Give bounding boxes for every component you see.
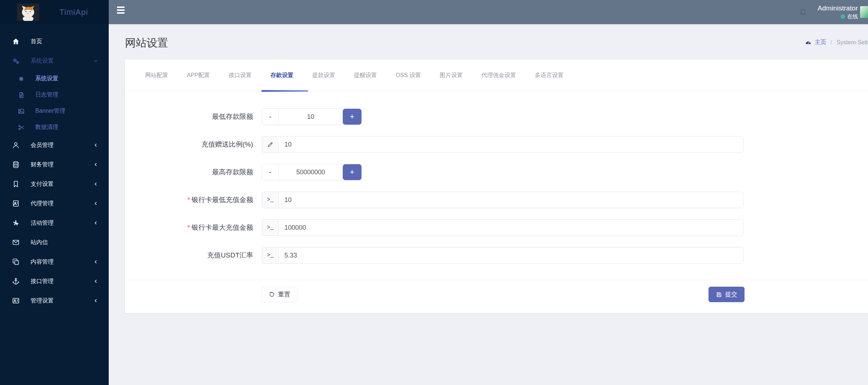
min-deposit-spinner: - + — [262, 108, 362, 125]
submit-button[interactable]: 提交 — [709, 287, 745, 302]
sidebar-item-home[interactable]: 首页 — [0, 32, 109, 51]
topbar: Administrator 在线 — [109, 0, 868, 24]
bankcard-min-input[interactable] — [279, 192, 743, 208]
gears-icon — [11, 56, 21, 66]
tab-app-config[interactable]: APP配置 — [187, 72, 210, 79]
chevron-left-icon — [93, 181, 99, 187]
form-row-recharge-bonus: 充值赠送比例(%) — [125, 136, 868, 153]
user-name: Administrator — [818, 4, 858, 13]
sidebar-item-label: 会员管理 — [31, 142, 54, 149]
sidebar-item-label: 管理设置 — [31, 297, 54, 305]
sidebar-subitem-label: 数据清理 — [35, 124, 58, 131]
user-icon — [11, 140, 21, 150]
sidebar-subitem-label: 日志管理 — [35, 91, 58, 99]
breadcrumb: 主页 / System-Setti — [805, 39, 868, 46]
tab-agent-commission-settings[interactable]: 代理佣金设置 — [481, 72, 516, 79]
field-label: *银行卡最低充值金额 — [125, 195, 253, 205]
spinner-increment-button[interactable]: + — [343, 164, 361, 180]
sidebar-subitem-label: Banner管理 — [35, 107, 66, 115]
tab-withdraw-settings[interactable]: 提款设置 — [312, 72, 335, 79]
tab-site-config[interactable]: 网站配置 — [145, 72, 168, 79]
bankcard-max-input[interactable] — [279, 220, 743, 236]
tab-multilanguage-settings[interactable]: 多语言设置 — [535, 72, 563, 79]
notifications-bell-icon[interactable] — [798, 8, 808, 17]
sidebar-item-admin-settings[interactable]: 管理设置 — [0, 291, 109, 310]
sidebar-subitem-banner-management[interactable]: Banner管理 — [0, 103, 109, 119]
reset-button[interactable]: 重置 — [261, 287, 297, 302]
tab-deposit-settings[interactable]: 存款设置 — [270, 72, 293, 79]
sidebar-menu: 首页 系统设置 — [0, 24, 109, 310]
main-content: 网站设置 主页 / System-Setti 网站配置 APP配置 接口设置 存… — [109, 24, 868, 385]
form-row-bankcard-max: *银行卡最大充值金额 >_ — [125, 219, 868, 236]
sidebar-item-label: 代理管理 — [31, 200, 54, 207]
spinner-decrement-button[interactable]: - — [262, 164, 279, 180]
sidebar-item-label: 站内信 — [31, 239, 48, 246]
chevron-left-icon — [93, 162, 99, 167]
usdt-rate-group: >_ — [262, 247, 743, 264]
sidebar-item-system-settings[interactable]: 系统设置 — [0, 51, 109, 71]
reset-button-label: 重置 — [278, 290, 290, 299]
settings-tabs: 网站配置 APP配置 接口设置 存款设置 提款设置 提醒设置 OSS 设置 图片… — [125, 59, 868, 92]
tab-oss-settings[interactable]: OSS 设置 — [396, 72, 421, 79]
min-deposit-input[interactable] — [279, 109, 343, 125]
tab-image-settings[interactable]: 图片设置 — [440, 72, 463, 79]
terminal-icon: >_ — [262, 220, 279, 236]
chevron-left-icon — [93, 298, 99, 304]
bankcard-min-group: >_ — [262, 192, 743, 208]
dashboard-icon — [805, 39, 812, 46]
tab-reminder-settings[interactable]: 提醒设置 — [354, 72, 377, 79]
app-title: TimiApi — [59, 8, 88, 17]
spinner-decrement-button[interactable]: - — [262, 109, 279, 125]
sidebar-item-content-management[interactable]: 内容管理 — [0, 252, 109, 272]
anchor-icon — [11, 277, 21, 286]
form-row-max-deposit: 最高存款限额 - + — [125, 164, 868, 180]
active-tab-underline — [261, 90, 308, 92]
chevron-left-icon — [93, 201, 99, 206]
sidebar-item-payment-settings[interactable]: 支付设置 — [0, 174, 109, 194]
spinner-increment-button[interactable]: + — [343, 109, 361, 125]
sidebar-subitem-label: 系统设置 — [35, 75, 58, 82]
burst-icon — [11, 218, 21, 228]
tab-api-settings[interactable]: 接口设置 — [229, 72, 252, 79]
submit-button-label: 提交 — [725, 290, 737, 299]
sidebar-item-api-management[interactable]: 接口管理 — [0, 272, 109, 291]
sidebar-subitem-data-cleanup[interactable]: 数据清理 — [0, 119, 109, 135]
usdt-rate-input[interactable] — [279, 247, 743, 263]
sidebar-item-activity-management[interactable]: 活动管理 — [0, 213, 109, 233]
database-icon — [11, 160, 21, 169]
terminal-icon: >_ — [262, 247, 279, 263]
admin-app: TimiApi 首页 系统设置 — [0, 0, 868, 385]
sidebar-item-label: 系统设置 — [31, 57, 54, 65]
field-label: 最低存款限额 — [125, 112, 253, 121]
max-deposit-input[interactable] — [279, 164, 343, 180]
recharge-bonus-input[interactable] — [279, 136, 743, 152]
field-label: 充值USDT汇率 — [125, 251, 253, 260]
copy-icon — [11, 257, 21, 267]
breadcrumb-home-link[interactable]: 主页 — [815, 39, 826, 46]
logo-row[interactable]: TimiApi — [0, 0, 109, 24]
scissors-icon — [17, 123, 26, 132]
topbar-right: Administrator 在线 — [798, 0, 868, 24]
sidebar-toggle-button[interactable] — [117, 6, 125, 15]
sidebar-item-label: 首页 — [31, 38, 42, 45]
sidebar-item-finance-management[interactable]: 财务管理 — [0, 155, 109, 174]
bookmark-icon — [11, 179, 21, 189]
sidebar-subitem-system-settings[interactable]: 系统设置 — [0, 71, 109, 87]
avatar[interactable] — [860, 6, 868, 18]
sidebar-item-label: 支付设置 — [31, 180, 54, 188]
sidebar-item-label: 内容管理 — [31, 258, 54, 266]
form-row-bankcard-min: *银行卡最低充值金额 >_ — [125, 192, 868, 208]
address-card-icon — [11, 296, 21, 305]
sidebar-item-site-mail[interactable]: 站内信 — [0, 233, 109, 252]
required-mark: * — [188, 196, 190, 203]
sidebar-item-label: 财务管理 — [31, 161, 54, 169]
chevron-down-icon — [93, 58, 99, 64]
logo-cat-image — [17, 4, 39, 21]
sidebar-subitem-log-management[interactable]: 日志管理 — [0, 87, 109, 103]
sidebar-item-agent-management[interactable]: 代理管理 — [0, 194, 109, 213]
save-icon — [716, 291, 722, 298]
field-label: 最高存款限额 — [125, 167, 253, 177]
user-block[interactable]: Administrator 在线 — [818, 4, 858, 20]
sidebar-item-member-management[interactable]: 会员管理 — [0, 135, 109, 155]
max-deposit-spinner: - + — [262, 164, 362, 180]
